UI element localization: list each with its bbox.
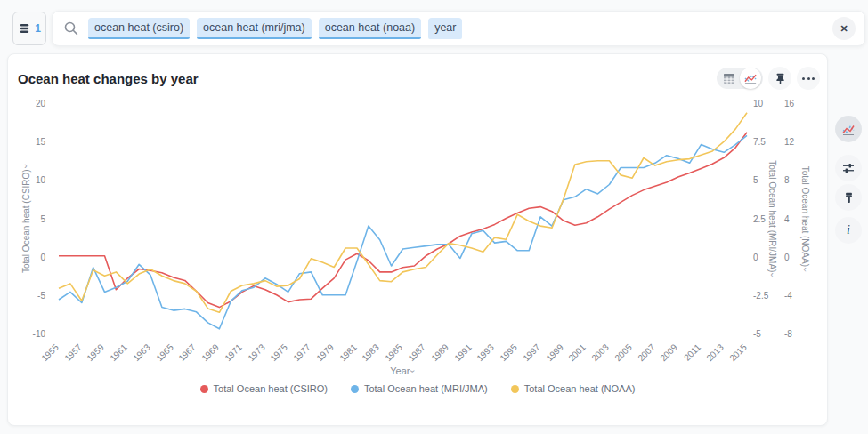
format-button[interactable] — [835, 184, 862, 211]
visualization-button[interactable] — [835, 116, 862, 142]
ellipsis-icon — [802, 77, 815, 80]
top-bar: 1 ocean heat (csiro)ocean heat (mri/jma)… — [0, 0, 868, 52]
right-rail: i — [833, 53, 864, 426]
database-icon — [18, 22, 31, 36]
table-view-button[interactable] — [718, 68, 740, 89]
search-icon — [63, 20, 79, 36]
chart-card: Ocean heat changes by year — [7, 53, 828, 426]
database-count: 1 — [35, 22, 41, 35]
search-token[interactable]: ocean heat (noaa) — [319, 18, 421, 39]
search-bar[interactable]: ocean heat (csiro)ocean heat (mri/jma)oc… — [52, 11, 865, 46]
series-line[interactable] — [59, 113, 747, 312]
card-toolbar — [717, 67, 820, 90]
legend-label: Total Ocean heat (CSIRO) — [214, 383, 328, 394]
legend-dot-icon — [200, 385, 208, 393]
pin-button[interactable] — [768, 67, 791, 90]
legend-label: Total Ocean heat (MRI/JMA) — [364, 383, 488, 394]
legend-item[interactable]: Total Ocean heat (MRI/JMA) — [351, 383, 488, 394]
view-toggle — [717, 68, 763, 89]
brush-icon — [842, 191, 856, 205]
search-token[interactable]: year — [428, 18, 462, 39]
more-options-button[interactable] — [797, 67, 820, 90]
search-tokens: ocean heat (csiro)ocean heat (mri/jma)oc… — [88, 18, 832, 39]
chart-view-button[interactable] — [740, 68, 761, 89]
chart-legend: Total Ocean heat (CSIRO)Total Ocean heat… — [8, 383, 827, 394]
table-icon — [723, 73, 735, 84]
legend-label: Total Ocean heat (NOAA) — [524, 383, 636, 394]
pin-icon — [774, 72, 787, 85]
chart-icon — [744, 72, 758, 84]
info-button[interactable]: i — [835, 217, 862, 244]
legend-dot-icon — [511, 385, 519, 393]
page-title: Ocean heat changes by year — [18, 71, 717, 86]
legend-item[interactable]: Total Ocean heat (CSIRO) — [200, 383, 328, 394]
chart-plot-area — [8, 90, 827, 426]
clear-search-button[interactable]: ✕ — [832, 17, 856, 40]
settings-sliders-icon — [841, 161, 856, 175]
database-count-button[interactable]: 1 — [12, 12, 46, 45]
card-header: Ocean heat changes by year — [8, 54, 827, 90]
legend-dot-icon — [351, 385, 359, 393]
visualization-icon — [841, 123, 856, 136]
settings-button[interactable] — [835, 155, 862, 181]
legend-item[interactable]: Total Ocean heat (NOAA) — [511, 383, 636, 394]
series-line[interactable] — [59, 135, 747, 328]
search-token[interactable]: ocean heat (csiro) — [88, 18, 190, 39]
info-icon: i — [847, 223, 850, 237]
search-token[interactable]: ocean heat (mri/jma) — [197, 18, 312, 39]
line-chart: 20151050-5-10107.552.50-2.5-51612840-4-8… — [8, 90, 827, 426]
